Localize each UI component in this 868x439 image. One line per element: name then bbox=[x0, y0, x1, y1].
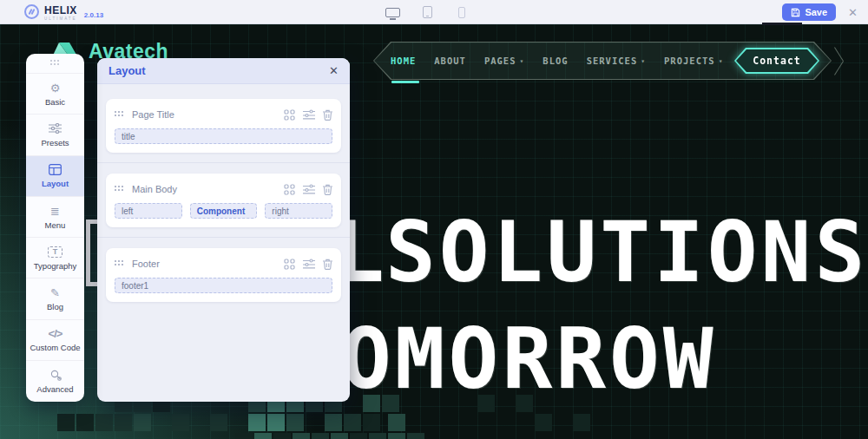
device-mobile-button[interactable] bbox=[451, 3, 472, 22]
nav-item-label: HOME bbox=[391, 56, 416, 66]
grid-options-icon[interactable] bbox=[284, 259, 295, 270]
section-settings-icon[interactable] bbox=[303, 259, 315, 269]
section-drag-handle[interactable] bbox=[115, 260, 125, 267]
code-icon: </> bbox=[49, 327, 62, 340]
brand-name: HELIX bbox=[44, 4, 77, 16]
caret-down-icon: ▾ bbox=[641, 57, 646, 65]
pencil-page-icon: ✎ bbox=[50, 286, 60, 299]
site-navbar: HOME ABOUT PAGES ▾ BLOG SERVICES ▾ PROJE… bbox=[373, 42, 832, 80]
floppy-disk-icon bbox=[791, 8, 800, 17]
helix-logo-icon bbox=[24, 4, 39, 19]
brush-icon bbox=[49, 369, 62, 382]
active-nav-underline bbox=[391, 81, 419, 83]
nav-item-home[interactable]: HOME bbox=[391, 56, 416, 66]
section-drag-handle[interactable] bbox=[115, 111, 125, 118]
nav-item-label: ABOUT bbox=[434, 56, 466, 66]
device-preview-switcher bbox=[382, 0, 472, 24]
section-settings-icon[interactable] bbox=[303, 109, 315, 120]
section-label: Page Title bbox=[132, 109, 284, 120]
layout-panel-header: Layout ✕ bbox=[97, 58, 350, 84]
layout-column-field-footer1[interactable]: footer1 bbox=[115, 278, 332, 293]
nav-item-about[interactable]: ABOUT bbox=[434, 56, 466, 66]
sidebar-item-advanced[interactable]: Advanced bbox=[26, 360, 84, 401]
layout-window-icon bbox=[49, 163, 62, 176]
nav-item-services[interactable]: SERVICES ▾ bbox=[587, 56, 646, 66]
sidebar-item-layout[interactable]: Layout bbox=[26, 155, 84, 196]
monitor-icon bbox=[385, 8, 400, 17]
panel-close-icon[interactable]: ✕ bbox=[329, 65, 339, 76]
section-divider bbox=[97, 162, 350, 163]
sidebar-item-blog[interactable]: ✎ Blog bbox=[26, 278, 84, 318]
brand-subtitle: ULTIMATE bbox=[44, 17, 77, 22]
phone-icon bbox=[458, 7, 465, 18]
section-label: Main Body bbox=[132, 184, 284, 194]
section-settings-icon[interactable] bbox=[303, 184, 315, 194]
sidebar-item-typography[interactable]: T Typography bbox=[26, 237, 84, 278]
contact-button[interactable]: Contact bbox=[734, 48, 819, 74]
close-builder-icon[interactable]: ✕ bbox=[848, 7, 858, 18]
layout-column-field-right[interactable]: right bbox=[265, 203, 332, 219]
nav-item-projects[interactable]: PROJECTS ▾ bbox=[664, 56, 723, 66]
sidebar-item-basic[interactable]: ⚙ Basic bbox=[26, 73, 84, 114]
grid-options-icon[interactable] bbox=[284, 109, 295, 121]
caret-down-icon: ▾ bbox=[719, 57, 724, 65]
nav-item-label: BLOG bbox=[542, 56, 568, 66]
layout-section-page-title: Page Title ti bbox=[106, 99, 341, 153]
layout-column-field-component[interactable]: Component bbox=[190, 203, 258, 219]
grid-options-icon[interactable] bbox=[284, 184, 295, 195]
layout-section-main-body: Main Body lef bbox=[106, 174, 341, 227]
sidebar-drag-handle[interactable] bbox=[26, 54, 84, 73]
device-desktop-button[interactable] bbox=[382, 3, 403, 22]
trash-icon[interactable] bbox=[323, 259, 332, 270]
sidebar-item-presets[interactable]: Presets bbox=[26, 114, 84, 154]
save-button[interactable]: Save bbox=[782, 3, 836, 21]
nav-item-label: PROJECTS bbox=[664, 56, 715, 66]
layout-column-field-title[interactable]: title bbox=[115, 128, 332, 144]
device-tablet-button[interactable] bbox=[417, 3, 437, 22]
hero-heading-line2: OMORROW bbox=[341, 318, 717, 401]
helix-brand: HELIX ULTIMATE 2.0.13 bbox=[0, 3, 103, 22]
typography-icon: T bbox=[48, 246, 62, 259]
panel-title: Layout bbox=[108, 64, 146, 77]
trash-icon[interactable] bbox=[323, 109, 332, 121]
gear-icon: ⚙ bbox=[50, 82, 61, 95]
menu-list-icon: ≣ bbox=[50, 205, 60, 218]
sidebar-item-custom-code[interactable]: </> Custom Code bbox=[26, 319, 84, 360]
trash-icon[interactable] bbox=[323, 184, 332, 195]
nav-item-label: PAGES bbox=[484, 56, 516, 66]
nav-item-label: SERVICES bbox=[587, 56, 638, 66]
navbar-chevron-decor bbox=[833, 47, 847, 75]
sidebar-item-menu[interactable]: ≣ Menu bbox=[26, 196, 84, 237]
section-drag-handle[interactable] bbox=[115, 186, 125, 193]
version-badge: 2.0.13 bbox=[84, 11, 103, 21]
layout-column-field-left[interactable]: left bbox=[115, 203, 182, 219]
nav-item-pages[interactable]: PAGES ▾ bbox=[484, 56, 524, 66]
hero-heading-line1: SOLUTIONS bbox=[385, 211, 868, 294]
caret-down-icon: ▾ bbox=[520, 57, 525, 65]
sliders-icon bbox=[49, 122, 62, 135]
layout-section-footer: Footer footer bbox=[106, 248, 341, 302]
layout-panel-body: Page Title ti bbox=[97, 84, 350, 302]
nav-item-blog[interactable]: BLOG bbox=[542, 56, 568, 66]
section-divider bbox=[97, 237, 350, 238]
save-button-label: Save bbox=[805, 7, 827, 17]
tablet-icon bbox=[423, 6, 432, 18]
builder-topbar: HELIX ULTIMATE 2.0.13 Save ✕ bbox=[0, 0, 868, 24]
layout-panel: Layout ✕ Page Title bbox=[97, 58, 350, 402]
section-label: Footer bbox=[132, 259, 284, 269]
builder-sidebar: ⚙ Basic Presets Layout ≣ Menu T Typograp… bbox=[26, 54, 84, 402]
contact-button-label: Contact bbox=[753, 55, 800, 67]
drag-dots-icon bbox=[50, 60, 61, 67]
